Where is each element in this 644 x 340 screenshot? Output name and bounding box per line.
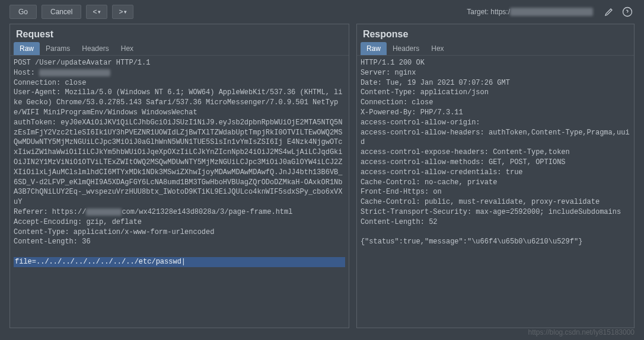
response-panel: Response Raw Headers Hex HTTP/1.1 200 OK… [356, 24, 635, 328]
target-label: Target: https:/ [467, 8, 593, 17]
next-button[interactable]: > ▾ [112, 5, 133, 19]
panels: Request Raw Params Headers Hex POST /Use… [0, 24, 644, 338]
response-title: Response [357, 24, 634, 42]
request-tabs: Raw Params Headers Hex [10, 42, 349, 56]
tab-headers[interactable]: Headers [76, 42, 114, 55]
target-host-redacted [510, 8, 593, 16]
tab-hex[interactable]: Hex [425, 42, 449, 55]
chevron-right-icon: > [119, 8, 123, 16]
tab-params[interactable]: Params [40, 42, 76, 55]
referer-host-redacted [86, 209, 122, 216]
tab-raw[interactable]: Raw [14, 42, 40, 55]
host-redacted [39, 69, 110, 76]
tab-headers[interactable]: Headers [387, 42, 425, 55]
request-panel: Request Raw Params Headers Hex POST /Use… [9, 24, 349, 328]
tab-raw[interactable]: Raw [361, 42, 387, 55]
tab-hex[interactable]: Hex [115, 42, 139, 55]
pencil-icon [604, 7, 614, 17]
edit-target-button[interactable] [602, 5, 616, 18]
request-body-highlight[interactable]: file=../../../../../../../../etc/passwd| [14, 257, 345, 267]
chevron-left-icon: < [93, 8, 97, 16]
dropdown-caret-icon: ▾ [124, 9, 127, 15]
request-raw-editor[interactable]: POST /User/updateAvatar HTTP/1.1 Host: C… [10, 56, 349, 328]
prev-button[interactable]: < ▾ [86, 5, 107, 19]
go-button[interactable]: Go [9, 5, 37, 19]
toolbar: Go Cancel < ▾ > ▾ Target: https:/ [0, 0, 644, 24]
response-raw-viewer[interactable]: HTTP/1.1 200 OK Server: nginx Date: Tue,… [357, 56, 634, 328]
dropdown-caret-icon: ▾ [98, 9, 101, 15]
request-title: Request [10, 24, 349, 42]
response-tabs: Raw Headers Hex [357, 42, 634, 56]
cancel-button[interactable]: Cancel [42, 5, 81, 19]
help-icon [622, 7, 633, 17]
help-button[interactable] [620, 5, 635, 19]
